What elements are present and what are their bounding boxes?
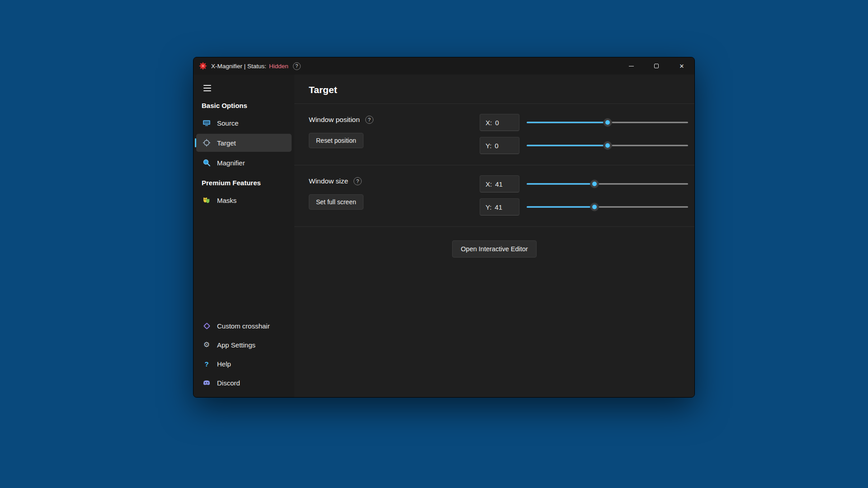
masks-icon [203, 196, 211, 204]
main-content: Target Window position ? Reset position … [294, 75, 694, 397]
title-help-badge[interactable]: ? [293, 62, 301, 70]
position-y-slider[interactable] [527, 140, 688, 151]
position-y-row: Y: 0 [480, 137, 688, 154]
axis-label: Y: [486, 203, 491, 211]
window-body: Basic Options Source Target Magnifier [193, 75, 694, 397]
position-y-input[interactable]: Y: 0 [480, 137, 519, 154]
window-title: X-Magnifier | Status: [211, 63, 266, 70]
sidebar-item-label: Masks [217, 197, 236, 204]
position-x-row: X: 0 [480, 114, 688, 131]
sidebar-item-label: Source [217, 119, 239, 127]
size-y-slider[interactable] [527, 202, 688, 212]
sidebar-item-label: Discord [217, 379, 240, 387]
minimize-button[interactable] [618, 57, 644, 75]
set-full-screen-button[interactable]: Set full screen [309, 194, 363, 210]
slider-thumb[interactable] [590, 203, 599, 211]
diamond-icon [203, 322, 211, 330]
sidebar-item-label: Custom crosshair [217, 322, 270, 330]
size-x-row: X: 41 [480, 175, 688, 192]
sidebar-bottom: Custom crosshair ⚙ App Settings ? Help D… [193, 316, 294, 397]
window-position-help-badge[interactable]: ? [365, 116, 373, 124]
crosshair-icon [203, 139, 211, 147]
window-position-label: Window position [309, 116, 360, 124]
position-x-input[interactable]: X: 0 [480, 114, 519, 131]
titlebar: X-Magnifier | Status: Hidden ? ✕ [193, 57, 694, 75]
app-window: X-Magnifier | Status: Hidden ? ✕ Basic O… [193, 57, 695, 398]
maximize-icon [654, 64, 659, 68]
magnifier-icon [203, 159, 211, 167]
maximize-button[interactable] [644, 57, 669, 75]
sidebar-item-discord[interactable]: Discord [196, 374, 292, 392]
help-icon: ? [203, 360, 211, 368]
size-y-input[interactable]: Y: 41 [480, 198, 519, 216]
slider-thumb[interactable] [590, 180, 599, 188]
sidebar-item-masks[interactable]: Masks [196, 191, 292, 209]
main-header: Target [294, 75, 694, 103]
sidebar-item-label: Help [217, 360, 231, 368]
minimize-icon [629, 66, 634, 66]
sidebar-item-magnifier[interactable]: Magnifier [196, 154, 292, 172]
position-x-slider[interactable] [527, 117, 688, 128]
menu-button[interactable] [200, 81, 217, 95]
sidebar-header-premium: Premium Features [193, 173, 294, 190]
gear-icon: ⚙ [203, 341, 211, 349]
status-value: Hidden [269, 63, 288, 70]
slider-thumb[interactable] [604, 141, 612, 150]
size-x-input[interactable]: X: 41 [480, 175, 519, 192]
caption-buttons: ✕ [618, 57, 694, 75]
sidebar: Basic Options Source Target Magnifier [193, 75, 294, 397]
axis-value: 0 [495, 119, 499, 127]
sidebar-item-custom-crosshair[interactable]: Custom crosshair [196, 317, 292, 335]
close-icon: ✕ [679, 63, 684, 70]
app-logo-icon [199, 62, 207, 70]
sidebar-item-label: Target [217, 139, 236, 147]
size-y-row: Y: 41 [480, 198, 688, 216]
sidebar-spacer [193, 210, 294, 316]
monitor-icon [203, 119, 211, 127]
sidebar-item-target[interactable]: Target [196, 134, 292, 152]
axis-value: 41 [495, 180, 503, 188]
sidebar-item-label: Magnifier [217, 159, 245, 167]
axis-label: Y: [486, 142, 491, 150]
section-left: Window position ? Reset position [309, 114, 480, 148]
window-size-help-badge[interactable]: ? [354, 177, 362, 185]
open-interactive-editor-button[interactable]: Open Interactive Editor [452, 240, 536, 258]
window-size-label: Window size [309, 177, 348, 185]
editor-row: Open Interactive Editor [294, 227, 694, 271]
discord-icon [203, 379, 211, 387]
section-window-position: Window position ? Reset position X: 0 [294, 104, 694, 165]
section-right: X: 41 Y: 41 [480, 175, 688, 216]
sidebar-item-source[interactable]: Source [196, 114, 292, 132]
axis-value: 0 [495, 142, 498, 150]
reset-position-button[interactable]: Reset position [309, 133, 363, 148]
section-left: Window size ? Set full screen [309, 175, 480, 210]
axis-label: X: [486, 180, 492, 188]
sidebar-header-basic: Basic Options [193, 95, 294, 113]
sidebar-item-app-settings[interactable]: ⚙ App Settings [196, 336, 292, 354]
close-button[interactable]: ✕ [669, 57, 694, 75]
slider-thumb[interactable] [604, 118, 612, 127]
page-title: Target [309, 84, 680, 95]
axis-value: 41 [495, 203, 502, 211]
sidebar-item-help[interactable]: ? Help [196, 355, 292, 373]
size-x-slider[interactable] [527, 178, 688, 189]
section-window-size: Window size ? Set full screen X: 41 [294, 165, 694, 226]
sidebar-item-label: App Settings [217, 341, 255, 349]
section-right: X: 0 Y: 0 [480, 114, 688, 154]
axis-label: X: [486, 119, 492, 127]
